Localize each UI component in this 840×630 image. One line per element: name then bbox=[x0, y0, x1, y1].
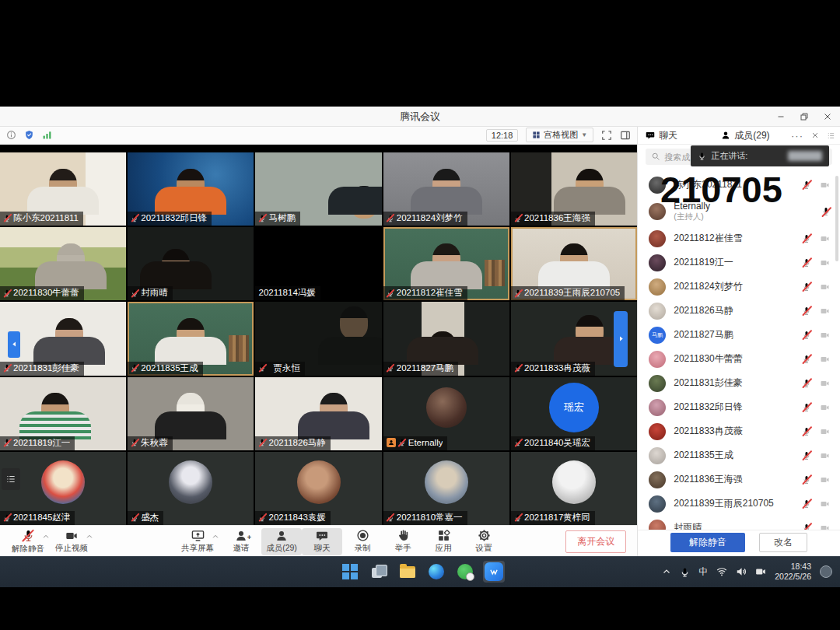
tab-members[interactable]: 成员(29) bbox=[721, 129, 769, 142]
video-tile[interactable]: 瑶宏20211840吴瑶宏 bbox=[511, 377, 637, 450]
video-tile[interactable]: 20211814冯媛 bbox=[255, 227, 381, 300]
video-tile[interactable]: 封雨晴 bbox=[128, 227, 254, 300]
view-mode-selector[interactable]: 宫格视图 ▼ bbox=[526, 128, 593, 142]
tray-mic-icon[interactable] bbox=[680, 567, 690, 577]
mic-muted-icon[interactable] bbox=[802, 282, 811, 292]
member-row[interactable]: 20211831彭佳豪 bbox=[638, 371, 840, 395]
member-row[interactable]: 20211812崔佳雪 bbox=[638, 226, 840, 250]
restore-icon[interactable] bbox=[800, 112, 809, 121]
security-shield-icon[interactable] bbox=[24, 130, 34, 140]
mic-muted-icon[interactable] bbox=[802, 426, 811, 437]
rename-button[interactable]: 改名 bbox=[759, 533, 807, 552]
member-row[interactable]: 20211839王雨辰210705 bbox=[638, 492, 840, 516]
notification-badge[interactable] bbox=[820, 565, 832, 578]
member-row[interactable]: 20211824刘梦竹 bbox=[638, 275, 840, 299]
camera-icon[interactable] bbox=[819, 427, 831, 436]
mic-muted-icon[interactable] bbox=[802, 233, 811, 244]
mic-muted-icon[interactable] bbox=[802, 180, 811, 191]
settings-button[interactable]: 设置 bbox=[464, 527, 504, 555]
video-tile-speaking[interactable]: 20211835王成 bbox=[128, 302, 254, 375]
edge-browser-button[interactable] bbox=[425, 561, 447, 583]
record-button[interactable]: 录制 bbox=[342, 527, 383, 555]
members-button[interactable]: 成员(29) bbox=[261, 528, 302, 555]
wifi-icon[interactable] bbox=[716, 566, 727, 577]
camera-icon[interactable] bbox=[819, 234, 831, 243]
fullscreen-icon[interactable] bbox=[601, 130, 612, 141]
speaker-icon[interactable] bbox=[736, 566, 747, 577]
member-row[interactable]: 20211836王海强 bbox=[638, 467, 840, 492]
camera-icon[interactable] bbox=[819, 523, 831, 530]
stop-video-button[interactable]: 停止视频 bbox=[51, 528, 92, 555]
video-tile[interactable]: 20211817黄梓同 bbox=[511, 452, 637, 525]
more-options-icon[interactable]: ··· bbox=[791, 130, 803, 142]
member-row[interactable]: 马鹏20211827马鹏 bbox=[638, 323, 840, 347]
meeting-info-icon[interactable] bbox=[6, 130, 16, 140]
member-row[interactable]: 封雨晴 bbox=[638, 516, 840, 530]
chat-button[interactable]: 聊天 bbox=[302, 528, 342, 555]
video-tile[interactable]: 20211832邱日锋 bbox=[128, 152, 254, 226]
video-tile[interactable]: 马树鹏 bbox=[255, 152, 381, 226]
video-tile-speaking[interactable]: 20211812崔佳雪 bbox=[383, 227, 509, 300]
video-tile-host[interactable]: Eternally bbox=[383, 377, 509, 450]
camera-icon[interactable] bbox=[819, 258, 831, 268]
panel-grip-icon[interactable] bbox=[827, 131, 835, 140]
ime-indicator[interactable]: 中 bbox=[698, 565, 708, 579]
camera-icon[interactable] bbox=[819, 379, 831, 388]
mic-muted-icon[interactable] bbox=[802, 450, 811, 461]
mic-muted-icon[interactable] bbox=[802, 474, 811, 485]
mic-muted-icon[interactable] bbox=[802, 402, 811, 413]
video-tile[interactable]: 20211843袁媛 bbox=[255, 452, 381, 525]
video-tile[interactable]: 20211836王海强 bbox=[511, 152, 637, 226]
camera-icon[interactable] bbox=[819, 499, 831, 509]
camera-icon[interactable] bbox=[819, 475, 831, 485]
video-tile[interactable]: 20211824刘梦竹 bbox=[383, 152, 509, 226]
camera-icon[interactable] bbox=[819, 306, 831, 316]
unmute-button[interactable]: 解除静音 bbox=[8, 527, 48, 556]
member-row[interactable]: 20211835王成 bbox=[638, 443, 840, 467]
mic-muted-icon[interactable] bbox=[802, 330, 811, 341]
file-explorer-button[interactable] bbox=[397, 561, 418, 583]
tab-chat[interactable]: 聊天 bbox=[646, 129, 677, 142]
mic-muted-icon[interactable] bbox=[802, 378, 811, 389]
camera-icon[interactable] bbox=[819, 180, 831, 190]
video-tile[interactable]: 20211810常嘉一 bbox=[383, 452, 509, 525]
mic-muted-icon[interactable] bbox=[821, 206, 831, 217]
unmute-all-button[interactable]: 解除静音 bbox=[670, 533, 745, 552]
previous-page-arrow[interactable] bbox=[8, 331, 20, 358]
task-view-button[interactable] bbox=[368, 561, 390, 583]
clock[interactable]: 18:43 2022/5/26 bbox=[775, 562, 811, 582]
network-signal-icon[interactable] bbox=[42, 130, 52, 140]
member-row[interactable]: 20211833冉茂薇 bbox=[638, 419, 840, 443]
raise-hand-button[interactable]: 举手 bbox=[383, 527, 423, 555]
tencent-meeting-app-button[interactable] bbox=[483, 561, 505, 583]
video-tile[interactable]: 朱秋蓉 bbox=[128, 377, 254, 450]
video-tile[interactable]: 贾永恒 bbox=[255, 302, 381, 375]
camera-icon[interactable] bbox=[819, 451, 831, 460]
next-page-arrow[interactable] bbox=[614, 311, 628, 367]
member-row[interactable]: 20211819江一 bbox=[638, 250, 840, 275]
video-tile[interactable]: 20211819江一 bbox=[0, 377, 126, 450]
minimize-icon[interactable] bbox=[776, 112, 786, 121]
start-button[interactable] bbox=[339, 561, 361, 583]
mic-muted-icon[interactable] bbox=[802, 257, 811, 268]
video-tile[interactable]: 20211830牛蕾蕾 bbox=[0, 227, 126, 300]
video-tile[interactable]: 陈小东20211811 bbox=[0, 152, 126, 226]
video-tile[interactable]: 20211827马鹏 bbox=[383, 302, 509, 375]
tray-camera-icon[interactable] bbox=[755, 566, 766, 577]
participant-list-toggle[interactable] bbox=[2, 468, 20, 490]
mic-muted-icon[interactable] bbox=[802, 354, 811, 365]
video-tile-speaking[interactable]: 20211839王雨辰210705 bbox=[511, 227, 637, 300]
mic-muted-icon[interactable] bbox=[802, 523, 811, 530]
wechat-button[interactable] bbox=[454, 561, 476, 583]
scrollbar-thumb[interactable] bbox=[835, 176, 838, 261]
close-panel-icon[interactable] bbox=[811, 131, 819, 139]
tray-chevron-up-icon[interactable] bbox=[662, 567, 671, 576]
mic-muted-icon[interactable] bbox=[802, 499, 811, 509]
apps-button[interactable]: 应用 bbox=[423, 527, 464, 555]
camera-icon[interactable] bbox=[819, 282, 831, 292]
camera-icon[interactable] bbox=[819, 403, 831, 412]
leave-meeting-button[interactable]: 离开会议 bbox=[565, 530, 626, 553]
side-panel-layout-icon[interactable] bbox=[620, 130, 631, 141]
member-row[interactable]: 20211832邱日锋 bbox=[638, 395, 840, 419]
mic-muted-icon[interactable] bbox=[802, 306, 811, 317]
